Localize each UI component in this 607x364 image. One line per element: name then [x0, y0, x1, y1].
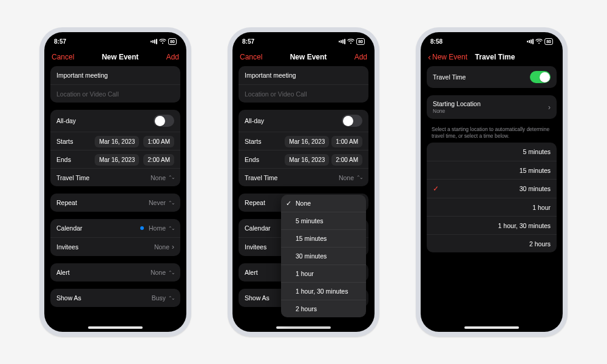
travel-duration-option[interactable]: 2 hours	[427, 234, 557, 252]
ends-date-picker[interactable]: Mar 16, 2023	[95, 154, 139, 166]
travel-time-toggle-label: Travel Time	[433, 73, 466, 81]
repeat-label: Repeat	[245, 199, 265, 206]
updown-icon: ⌃⌄	[356, 175, 362, 180]
travel-time-value: None	[339, 174, 354, 181]
ends-date-picker[interactable]: Mar 16, 2023	[285, 154, 329, 166]
updown-icon: ⌃⌄	[168, 175, 174, 180]
showas-row[interactable]: Show As Busy⌃⌄	[50, 289, 180, 307]
invitees-row[interactable]: Invitees None›	[50, 237, 180, 256]
allday-row[interactable]: All-day	[50, 110, 180, 132]
home-indicator[interactable]	[88, 326, 143, 329]
updown-icon: ⌃⌄	[168, 270, 174, 275]
event-location-placeholder: Location or Video Call	[245, 90, 307, 98]
event-title-field[interactable]: Important meeting	[50, 66, 180, 84]
travel-time-popup: ✓None 5 minutes 15 minutes 30 minutes 1 …	[281, 195, 366, 317]
battery-icon: 80	[168, 38, 177, 45]
chevron-right-icon: ›	[548, 103, 551, 112]
calendar-dot-icon	[140, 226, 144, 230]
notch	[270, 32, 337, 46]
travel-option[interactable]: 30 minutes	[281, 247, 366, 265]
alert-label: Alert	[245, 269, 258, 276]
ends-time-picker[interactable]: 2:00 AM	[143, 154, 174, 166]
starts-label: Starts	[56, 138, 73, 145]
travel-duration-option[interactable]: 1 hour	[427, 198, 557, 216]
repeat-label: Repeat	[56, 199, 77, 206]
alert-label: Alert	[56, 269, 70, 276]
travel-time-row[interactable]: Travel Time None⌃⌄	[50, 168, 180, 186]
travel-option-label: 30 minutes	[296, 252, 327, 260]
cellular-icon	[150, 39, 157, 44]
starts-time-picker[interactable]: 1:00 AM	[143, 136, 174, 147]
travel-duration-label: 1 hour, 30 minutes	[498, 222, 551, 229]
ends-label: Ends	[56, 156, 71, 163]
starts-time-picker[interactable]: 1:00 AM	[331, 136, 362, 147]
event-location-placeholder: Location or Video Call	[56, 90, 119, 98]
nav-title: Travel Time	[475, 53, 515, 61]
travel-option-label: 1 hour	[296, 270, 314, 277]
cancel-button[interactable]: Cancel	[240, 53, 262, 61]
battery-icon: 80	[544, 38, 553, 45]
nav-title: New Event	[290, 53, 327, 61]
ends-row[interactable]: Ends Mar 16, 2023 2:00 AM	[50, 150, 180, 168]
cellular-icon	[338, 39, 345, 44]
calendar-label: Calendar	[56, 224, 83, 232]
invitees-label: Invitees	[245, 243, 266, 251]
cancel-button[interactable]: Cancel	[52, 53, 74, 61]
notch	[82, 32, 149, 46]
travel-duration-option[interactable]: 15 minutes	[427, 161, 557, 179]
showas-label: Show As	[245, 294, 270, 302]
phone-travel-time: 8:58 80 ‹New Event Travel Time Travel Ti…	[416, 27, 568, 337]
home-indicator[interactable]	[276, 326, 331, 329]
allday-switch[interactable]	[154, 115, 174, 127]
travel-time-row[interactable]: Travel TimeNone⌃⌄	[239, 168, 368, 186]
updown-icon: ⌃⌄	[168, 226, 174, 231]
event-location-field[interactable]: Location or Video Call	[239, 84, 368, 103]
travel-option-label: 5 minutes	[296, 217, 324, 224]
starting-location-footnote: Select a starting location to automatica…	[427, 126, 557, 143]
starts-row[interactable]: StartsMar 16, 20231:00 AM	[239, 132, 368, 150]
travel-duration-label: 1 hour	[532, 204, 551, 211]
travel-option[interactable]: 1 hour	[281, 265, 366, 282]
alert-row[interactable]: Alert None⌃⌄	[50, 263, 180, 281]
nav-bar: ‹New Event Travel Time	[421, 50, 563, 66]
event-title-field[interactable]: Important meeting	[239, 66, 368, 84]
starting-location-row[interactable]: Starting Location None ›	[427, 95, 557, 119]
travel-time-switch[interactable]	[530, 71, 551, 83]
add-button[interactable]: Add	[354, 53, 367, 61]
travel-option-label: 2 hours	[296, 305, 317, 312]
travel-time-toggle-row[interactable]: Travel Time	[427, 66, 557, 88]
ends-time-picker[interactable]: 2:00 AM	[331, 154, 362, 166]
cellular-icon	[526, 39, 534, 44]
starts-date-picker[interactable]: Mar 16, 2023	[95, 136, 139, 147]
ends-row[interactable]: EndsMar 16, 20232:00 AM	[239, 150, 368, 168]
event-location-field[interactable]: Location or Video Call	[50, 84, 180, 103]
allday-switch[interactable]	[342, 115, 362, 127]
travel-duration-option[interactable]: 1 hour, 30 minutes	[427, 216, 557, 234]
travel-duration-option[interactable]: ✓30 minutes	[427, 179, 557, 198]
travel-duration-option[interactable]: 5 minutes	[427, 143, 557, 161]
phone-new-event: 8:57 80 Cancel New Event Add Important m…	[39, 27, 191, 337]
chevron-right-icon: ›	[172, 243, 174, 251]
showas-value: Busy	[152, 294, 166, 302]
starts-label: Starts	[245, 138, 261, 145]
travel-option[interactable]: 15 minutes	[281, 229, 366, 247]
showas-label: Show As	[56, 294, 81, 302]
starting-location-label: Starting Location	[433, 100, 481, 107]
home-indicator[interactable]	[464, 326, 519, 329]
back-button[interactable]: ‹New Event	[428, 53, 467, 61]
phone-new-event-popup: 8:57 80 Cancel New Event Add Important m…	[228, 27, 379, 337]
add-button[interactable]: Add	[166, 53, 179, 61]
starts-date-picker[interactable]: Mar 16, 2023	[285, 136, 329, 147]
repeat-value: Never	[149, 199, 166, 206]
updown-icon: ⌃⌄	[168, 295, 174, 301]
travel-option[interactable]: 2 hours	[281, 300, 366, 317]
allday-row[interactable]: All-day	[239, 110, 368, 132]
calendar-row[interactable]: Calendar Home⌃⌄	[50, 219, 180, 237]
starts-row[interactable]: Starts Mar 16, 2023 1:00 AM	[50, 132, 180, 150]
repeat-row[interactable]: Repeat Never⌃⌄	[50, 194, 180, 212]
travel-option[interactable]: ✓None	[281, 195, 366, 212]
travel-option[interactable]: 5 minutes	[281, 212, 366, 229]
travel-option[interactable]: 1 hour, 30 minutes	[281, 282, 366, 300]
wifi-icon	[535, 39, 543, 44]
travel-duration-label: 5 minutes	[523, 148, 551, 155]
